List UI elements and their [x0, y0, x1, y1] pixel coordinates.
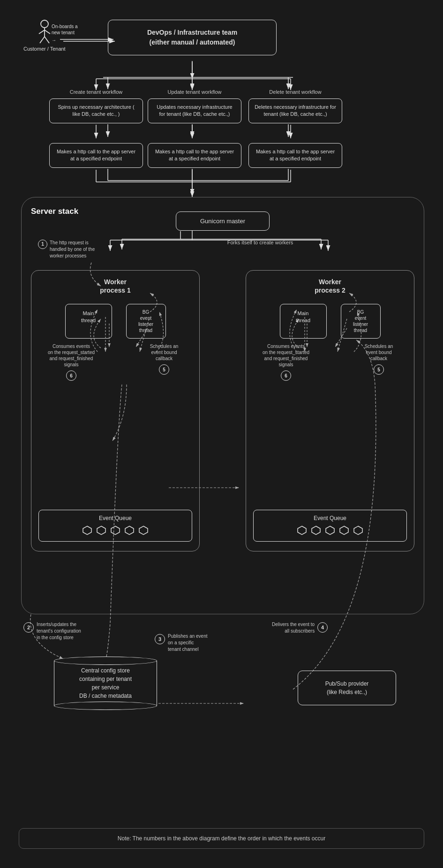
- schedules-text-1: Schedules an event bound callback: [150, 343, 179, 362]
- event-icon: [82, 525, 92, 536]
- svg-marker-34: [111, 526, 120, 535]
- onboards-label: On-boards a new tenant →: [52, 23, 87, 43]
- workflow-box1-1: Spins up necessary architecture ( like D…: [49, 98, 143, 123]
- event-icon: [96, 525, 106, 536]
- event-queue-title-1: Event Queue: [44, 515, 187, 521]
- annotation-2: 2 Inserts/updates the tenant's configura…: [23, 621, 98, 641]
- annotation-4: Delivers the event to all subscribers 4: [272, 621, 354, 634]
- schedules-text-2: Schedules an event bound callback: [365, 343, 393, 362]
- circle-5-w1: 5: [159, 364, 169, 375]
- svg-line-29: [45, 30, 50, 34]
- circle-6-w2: 6: [281, 370, 291, 381]
- svg-marker-40: [340, 526, 348, 535]
- worker-title-1: Worker process 1: [38, 278, 192, 294]
- event-icon: [311, 525, 321, 536]
- workflow-col-1: Create tenant workflow Spins up necessar…: [49, 89, 143, 123]
- circle-5-w2: 5: [374, 364, 384, 375]
- worker-title-2: Worker process 2: [253, 278, 407, 294]
- pubsub-box: Pub/Sub provider (like Redis etc.,): [298, 671, 396, 705]
- svg-point-26: [41, 20, 48, 28]
- devops-box: DevOps / Infrastructure team (either man…: [108, 20, 277, 55]
- workflow-label-2: Update tenant workflow: [148, 89, 241, 95]
- circle-3: 3: [155, 634, 165, 644]
- annotation-3: 3 Publishes an event on a specific tenan…: [155, 633, 230, 653]
- event-icon: [353, 525, 363, 536]
- gunicorn-box: Gunicorn master: [176, 211, 270, 231]
- event-icon: [325, 525, 335, 536]
- event-queue-2: Event Queue: [253, 510, 407, 542]
- annotation-1-text: 1 The http request is handled by one of …: [38, 240, 99, 259]
- circle-4: 4: [317, 622, 328, 633]
- circle-1: 1: [38, 240, 47, 249]
- svg-marker-32: [83, 526, 91, 535]
- workflow-col-2: Update tenant workflow Updates necessary…: [148, 89, 241, 123]
- workflow-label-1: Create tenant workflow: [49, 89, 143, 95]
- circle-6-w1: 6: [66, 370, 76, 381]
- annotation-4-text: Delivers the event to all subscribers: [272, 621, 315, 634]
- config-store-container: Central config store containing per tena…: [54, 657, 157, 710]
- bg-thread-box-1: BG event listener thread: [126, 304, 166, 339]
- note-text: Note: The numbers in the above diagram d…: [118, 835, 325, 842]
- main-thread-box-2: Main thread: [280, 304, 327, 339]
- svg-line-30: [40, 37, 45, 43]
- customer-label: Customer / Tenant: [23, 45, 66, 52]
- forks-text: Forks itself to create workers: [218, 240, 302, 245]
- server-stack-container: Server stack Gunicorn master 1 The http …: [21, 197, 424, 614]
- main-thread-box-1: Main thread: [65, 304, 112, 339]
- svg-marker-35: [125, 526, 134, 535]
- note-box: Note: The numbers in the above diagram d…: [19, 828, 424, 849]
- svg-marker-36: [139, 526, 148, 535]
- workflow-box2-3: Makes a http call to the app server at a…: [248, 143, 342, 168]
- event-icon: [339, 525, 349, 536]
- worker-box-1: Worker process 1 Main thread BG event li…: [31, 270, 200, 551]
- svg-line-31: [45, 37, 49, 43]
- bg-thread-box-2: BG event listener thread: [341, 304, 381, 339]
- event-icon: [138, 525, 149, 536]
- workflow-box1-2: Updates necessary infrastructure for ten…: [148, 98, 241, 123]
- annotation-2-text: Inserts/updates the tenant's configurati…: [37, 621, 81, 641]
- workflow-col-3: Delete tenant workflow Deletes necessary…: [248, 89, 342, 123]
- svg-marker-39: [326, 526, 334, 535]
- consumes-text-1: Consumes events on the request_started a…: [48, 343, 95, 368]
- annotation-3-text: Publishes an event on a specific tenant …: [168, 633, 208, 653]
- event-queue-title-2: Event Queue: [258, 515, 402, 521]
- svg-marker-37: [298, 526, 306, 535]
- circle-2: 2: [23, 622, 34, 633]
- config-store-box: Central config store containing per tena…: [54, 661, 157, 706]
- svg-marker-41: [354, 526, 362, 535]
- svg-line-28: [39, 30, 45, 34]
- event-icon: [110, 525, 120, 536]
- customer-icon: [37, 20, 52, 44]
- event-icon: [297, 525, 307, 536]
- svg-marker-33: [97, 526, 105, 535]
- workflow-box1-3: Deletes necessary infrastructure for ten…: [248, 98, 342, 123]
- workflow-label-3: Delete tenant workflow: [248, 89, 342, 95]
- workflow-box2-2: Makes a http call to the app server at a…: [148, 143, 241, 168]
- event-queue-1: Event Queue: [38, 510, 192, 542]
- workflow-box2-1: Makes a http call to the app server at a…: [49, 143, 143, 168]
- svg-marker-38: [312, 526, 320, 535]
- worker-box-2: Worker process 2 Main thread BG event li…: [246, 270, 414, 551]
- consumes-text-2: Consumes events on the request_started a…: [263, 343, 309, 368]
- event-icon: [124, 525, 135, 536]
